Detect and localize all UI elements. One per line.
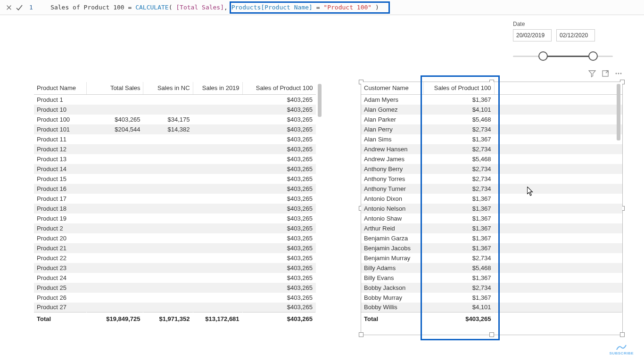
table-row[interactable]: Anthony Torres$2,734 (361, 174, 622, 184)
cell-customer-name: Antonio Nelson (361, 204, 423, 214)
cancel-formula-button[interactable] (4, 2, 14, 13)
col-header-blank (494, 82, 622, 95)
cell-sales-2019 (193, 273, 242, 283)
table-row[interactable]: Benjamin Garza$1,367 (361, 233, 622, 243)
customers-scrollbar[interactable] (617, 84, 621, 333)
cell-sales-p100: $403,265 (242, 144, 315, 154)
table-row[interactable]: Product 1$403,265 (34, 95, 316, 105)
focus-mode-icon[interactable] (602, 70, 609, 77)
table-row[interactable]: Antonio Dixon$1,367 (361, 194, 622, 204)
cell-customer-name: Andrew James (361, 154, 423, 164)
formula-bar: 1 Sales of Product 100 = CALCULATE( [Tot… (0, 0, 644, 15)
table-row[interactable]: Arthur Reid$1,367 (361, 223, 622, 233)
date-slider-track[interactable] (513, 51, 613, 62)
cell-product-name: Product 19 (34, 214, 87, 223)
table-row[interactable]: Product 11$403,265 (34, 134, 316, 144)
cell-total-sales (87, 144, 143, 154)
table-row[interactable]: Alan Sims$1,367 (361, 134, 622, 144)
cell-sales-p100: $403,265 (242, 194, 315, 204)
formula-measure-ref: [Total Sales] (176, 4, 224, 11)
cell-sales-2019 (193, 124, 242, 134)
table-row[interactable]: Andrew Hansen$2,734 (361, 144, 622, 154)
slider-handle-end[interactable] (588, 51, 598, 61)
table-row[interactable]: Product 19$403,265 (34, 214, 316, 223)
formula-column-ref: Products[Product Name] (231, 4, 313, 11)
more-options-icon[interactable] (615, 70, 622, 77)
table-row[interactable]: Product 12$403,265 (34, 144, 316, 154)
filter-icon[interactable] (588, 70, 596, 77)
table-row[interactable]: Bobby Murray$1,367 (361, 293, 622, 303)
products-scrollbar[interactable] (318, 84, 322, 333)
cell-total-sales (87, 194, 143, 204)
col-header-sales-p100[interactable]: Sales of Product 100 (242, 82, 315, 95)
table-row[interactable]: Product 27$403,265 (34, 303, 316, 313)
cell-product-name: Product 20 (34, 233, 87, 243)
table-row[interactable]: Product 101$204,544$14,382$403,265 (34, 124, 316, 134)
table-row[interactable]: Product 13$403,265 (34, 154, 316, 164)
cell-sales-nc (143, 253, 193, 263)
table-row[interactable]: Product 17$403,265 (34, 194, 316, 204)
table-row[interactable]: Product 23$403,265 (34, 263, 316, 273)
col-header-total-sales[interactable]: Total Sales (87, 82, 143, 95)
cell-total-sales (87, 95, 143, 105)
scrollbar-thumb[interactable] (318, 84, 322, 117)
table-row[interactable]: Product 15$403,265 (34, 174, 316, 184)
cell-total-sales (87, 174, 143, 184)
table-row[interactable]: Product 10$403,265 (34, 105, 316, 115)
col-header-customer-name[interactable]: Customer Name (361, 82, 423, 95)
cell-sales-p100: $403,265 (242, 283, 315, 293)
table-row[interactable]: Alan Parker$5,468 (361, 115, 622, 124)
slider-handle-start[interactable] (538, 51, 548, 61)
subscribe-label: SUBSCRIBE (609, 351, 634, 355)
table-row[interactable]: Benjamin Murray$2,734 (361, 253, 622, 263)
table-row[interactable]: Alan Gomez$4,101 (361, 105, 622, 115)
cell-sales-p100: $403,265 (242, 164, 315, 174)
col-header-sales-2019[interactable]: Sales in 2019 (193, 82, 242, 95)
table-row[interactable]: Billy Adams$5,468 (361, 263, 622, 273)
table-row[interactable]: Product 24$403,265 (34, 273, 316, 283)
table-row[interactable]: Product 20$403,265 (34, 233, 316, 243)
table-row[interactable]: Product 100$403,265$34,175$403,265 (34, 115, 316, 124)
table-row[interactable]: Andrew James$5,468 (361, 154, 622, 164)
cell-customer-name: Adam Myers (361, 95, 423, 105)
table-row[interactable]: Bobby Willis$4,101 (361, 303, 622, 313)
table-row[interactable]: Billy Evans$1,367 (361, 273, 622, 283)
table-row[interactable]: Product 25$403,265 (34, 283, 316, 293)
customers-table-visual[interactable]: Customer Name Sales of Product 100 Adam … (361, 82, 622, 335)
table-row[interactable]: Product 26$403,265 (34, 293, 316, 303)
table-row[interactable]: Benjamin Jacobs$1,367 (361, 243, 622, 253)
table-row[interactable]: Alan Perry$2,734 (361, 124, 622, 134)
commit-formula-button[interactable] (14, 2, 25, 13)
cell-customer-name: Bobby Willis (361, 303, 423, 313)
col-header-sales-nc[interactable]: Sales in NC (143, 82, 193, 95)
cell-product-name: Product 21 (34, 243, 87, 253)
table-row[interactable]: Adam Myers$1,367 (361, 95, 622, 105)
date-to-input[interactable] (556, 29, 595, 41)
table-row[interactable]: Product 22$403,265 (34, 253, 316, 263)
cell-customer-name: Billy Evans (361, 273, 423, 283)
cell-customer-name: Benjamin Murray (361, 253, 423, 263)
table-row[interactable]: Product 21$403,265 (34, 243, 316, 253)
table-row[interactable]: Product 16$403,265 (34, 184, 316, 194)
cell-sales-nc (143, 303, 193, 313)
products-total-p100: $403,265 (242, 313, 315, 326)
cell-total-sales: $204,544 (87, 124, 143, 134)
date-slicer[interactable]: Date (513, 21, 622, 62)
products-table-visual[interactable]: Product Name Total Sales Sales in NC Sal… (34, 82, 316, 335)
table-row[interactable]: Antonio Nelson$1,367 (361, 204, 622, 214)
table-row[interactable]: Product 14$403,265 (34, 164, 316, 174)
table-row[interactable]: Product 2$403,265 (34, 223, 316, 233)
table-row[interactable]: Anthony Turner$2,734 (361, 184, 622, 194)
products-total-nc: $1,971,352 (143, 313, 193, 326)
date-from-input[interactable] (513, 29, 552, 41)
table-row[interactable]: Antonio Shaw$1,367 (361, 214, 622, 223)
scrollbar-thumb[interactable] (617, 84, 620, 140)
table-row[interactable]: Bobby Jackson$2,734 (361, 283, 622, 293)
cell-sales-nc (143, 204, 193, 214)
table-row[interactable]: Product 18$403,265 (34, 204, 316, 214)
col-header-product-name[interactable]: Product Name (34, 82, 87, 95)
cell-sales-p100: $2,734 (423, 253, 494, 263)
report-canvas: Date Product Name Total Sales Sales in N… (0, 15, 644, 362)
col-header-sales-p100[interactable]: Sales of Product 100 (423, 82, 494, 95)
table-row[interactable]: Anthony Berry$2,734 (361, 164, 622, 174)
